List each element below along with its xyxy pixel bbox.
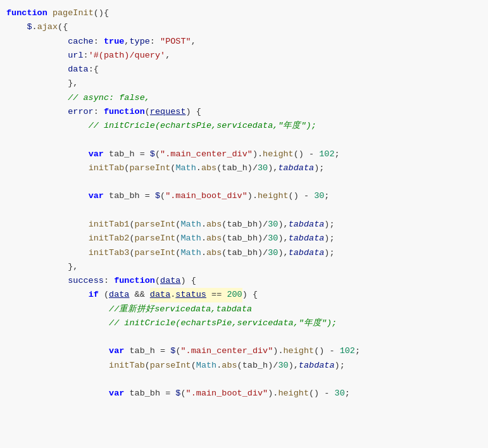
code-line-5: data:{ bbox=[0, 63, 488, 77]
code-line-19: }, bbox=[0, 260, 488, 274]
code-line-23: // initCricle(echartsPie,servicedata,"年度… bbox=[0, 316, 488, 330]
code-line-20: success: function(data) { bbox=[0, 274, 488, 288]
code-line-8: error: function(request) { bbox=[0, 105, 488, 119]
func-name-pageinit: pageInit bbox=[53, 6, 94, 20]
code-line-12: initTab(parseInt(Math.abs(tab_h)/30),tab… bbox=[0, 161, 488, 175]
code-line-17: initTab2(parseInt(Math.abs(tab_bh)/30),t… bbox=[0, 232, 488, 246]
code-line-16: initTab1(parseInt(Math.abs(tab_bh)/30),t… bbox=[0, 218, 488, 232]
code-line-blank-5 bbox=[0, 373, 488, 387]
code-line-9: // initCricle(echartsPie,servicedata,"年度… bbox=[0, 119, 488, 133]
code-line-2: $.ajax({ bbox=[0, 20, 488, 34]
code-line-25: var tab_h = $(".main_center_div").height… bbox=[0, 344, 488, 358]
code-line-blank-2 bbox=[0, 175, 488, 189]
code-line-1: function pageInit(){ bbox=[0, 6, 488, 20]
code-line-blank-1 bbox=[0, 133, 488, 147]
code-line-18: initTab3(parseInt(Math.abs(tab_bh)/30),t… bbox=[0, 246, 488, 260]
keyword-function: function bbox=[6, 6, 47, 20]
code-line-3: cache: true,type: "POST", bbox=[0, 35, 488, 49]
code-line-21: if (data && data.status == 200) { bbox=[0, 288, 488, 302]
code-line-blank-4 bbox=[0, 330, 488, 344]
code-line-7: // async: false, bbox=[0, 91, 488, 105]
code-line-blank-3 bbox=[0, 204, 488, 218]
code-line-22: //重新拼好servicedata,tabdata bbox=[0, 302, 488, 316]
code-line-28: var tab_bh = $(".main_boot_div").height(… bbox=[0, 387, 488, 401]
code-editor: function pageInit(){ $.ajax({ cache: tru… bbox=[0, 0, 488, 448]
code-line-26: initTab(parseInt(Math.abs(tab_h)/30),tab… bbox=[0, 359, 488, 373]
code-line-14: var tab_bh = $(".main_boot_div").height(… bbox=[0, 189, 488, 203]
code-line-6: }, bbox=[0, 77, 488, 90]
code-line-11: var tab_h = $(".main_center_div").height… bbox=[0, 147, 488, 161]
code-line-4: url:'#(path)/query', bbox=[0, 49, 488, 63]
